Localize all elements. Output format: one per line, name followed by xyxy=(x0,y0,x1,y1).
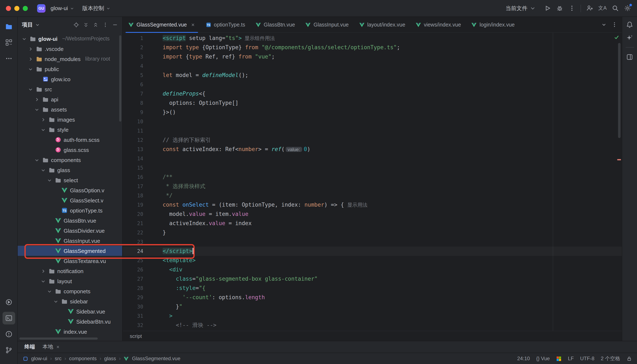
vcs-menu[interactable]: 版本控制 xyxy=(80,3,113,14)
code-line-28[interactable]: 28 :style="{ xyxy=(123,284,622,293)
tree-item-glow-ui[interactable]: glow-ui~/WebstormProjects xyxy=(18,34,122,44)
error-stripe-mark[interactable] xyxy=(617,159,621,160)
code-line-13[interactable]: 13const activeIndex: Ref<number> = ref(v… xyxy=(123,145,622,154)
code-line-27[interactable]: 27 class="glass-segmented-box glass-cont… xyxy=(123,274,622,284)
tree-item-style[interactable]: style xyxy=(18,124,122,135)
chevron-down-icon[interactable] xyxy=(35,22,41,28)
chevron-down-icon[interactable] xyxy=(53,298,59,304)
chevron-right-icon[interactable] xyxy=(40,116,46,123)
tree-item-componets[interactable]: componets xyxy=(18,286,122,296)
code-line-17[interactable]: 17 * 选择滑块样式 xyxy=(123,182,622,191)
breadcrumb-script[interactable]: script xyxy=(130,333,142,339)
panel-options-icon[interactable] xyxy=(102,22,108,28)
tree-item-index.vue[interactable]: index.vue xyxy=(18,326,122,337)
tab-GlassInput.vue[interactable]: GlassInput.vue xyxy=(300,17,354,32)
ai-assistant-icon[interactable] xyxy=(626,34,633,41)
search-icon[interactable] xyxy=(612,5,619,12)
expand-all-icon[interactable] xyxy=(83,22,89,28)
problems-toolwindow-button[interactable] xyxy=(2,328,15,340)
code-line-11[interactable]: 11 xyxy=(123,126,622,136)
project-menu[interactable]: glow-ui xyxy=(48,3,77,13)
tree-item-GlassOption.v[interactable]: GlassOption.v xyxy=(18,185,122,195)
code-line-26[interactable]: 26 <div xyxy=(123,265,622,274)
run-config-selector[interactable]: 当前文件 xyxy=(503,3,539,14)
tree-item-assets[interactable]: assets xyxy=(18,104,122,114)
run-icon[interactable] xyxy=(544,5,551,12)
tree-item-GlassBtn.vue[interactable]: GlassBtn.vue xyxy=(18,216,122,226)
toolwindow-layout-icon[interactable] xyxy=(626,54,633,60)
tree-item-sidebar[interactable]: sidebar xyxy=(18,296,122,306)
code-line-16[interactable]: 16/** xyxy=(123,172,622,182)
status-breadcrumb[interactable]: src xyxy=(55,356,62,362)
code-line-3[interactable]: 3import {type Ref, ref} from "vue"; xyxy=(123,52,622,62)
status-breadcrumb[interactable]: components xyxy=(69,356,97,362)
chevron-down-icon[interactable] xyxy=(46,177,53,183)
debug-icon[interactable] xyxy=(556,5,563,12)
tree-item-glass[interactable]: glass xyxy=(18,165,122,175)
chevron-down-icon[interactable] xyxy=(34,106,40,112)
code-line-32[interactable]: 32 <!-- 滑块 --> xyxy=(123,321,622,330)
zoom-window-button[interactable] xyxy=(23,6,28,11)
minimize-window-button[interactable] xyxy=(14,6,19,11)
tab-list-dropdown-icon[interactable] xyxy=(601,22,607,28)
code-line-1[interactable]: 1<script setup lang="ts"> 显示组件用法 xyxy=(123,34,622,43)
code-line-30[interactable]: 30 }" xyxy=(123,302,622,312)
tree-item-GlassDivider.vue[interactable]: GlassDivider.vue xyxy=(18,226,122,236)
encoding-widget[interactable]: UTF-8 xyxy=(580,356,594,362)
code-line-15[interactable]: 15 xyxy=(123,163,622,172)
chevron-down-icon[interactable] xyxy=(46,288,53,294)
tab-views/index.vue[interactable]: views/index.vue xyxy=(410,17,466,32)
code-line-7[interactable]: 7defineProps<{ xyxy=(123,89,622,98)
chevron-right-icon[interactable] xyxy=(34,96,40,102)
close-icon[interactable] xyxy=(56,345,60,349)
terminal-tab-local[interactable]: 本地 xyxy=(43,344,60,350)
chevron-down-icon[interactable] xyxy=(34,157,40,163)
code-line-20[interactable]: 20 model.value = item.value xyxy=(123,210,622,219)
modules-toolwindow-button[interactable] xyxy=(2,36,15,49)
tree-item-GlassSelect.v[interactable]: GlassSelect.v xyxy=(18,195,122,205)
tree-item-GlassInput.vue[interactable]: GlassInput.vue xyxy=(18,236,122,246)
chevron-down-icon[interactable] xyxy=(40,126,46,133)
chevron-down-icon[interactable] xyxy=(27,86,34,92)
version-control-toolwindow-button[interactable] xyxy=(2,344,15,356)
code-line-5[interactable]: 5let model = defineModel(); xyxy=(123,71,622,80)
file-type-widget[interactable]: {} Vue xyxy=(536,356,550,362)
code-line-25[interactable]: 25<template> xyxy=(123,256,622,265)
status-breadcrumb[interactable]: glass xyxy=(104,356,116,362)
code-line-21[interactable]: 21 activeIndex.value = index xyxy=(123,219,622,228)
status-breadcrumb[interactable]: GlassSegmented.vue xyxy=(132,356,180,362)
code-line-24[interactable]: 24</script> xyxy=(123,246,622,256)
cursor-position[interactable]: 24:10 xyxy=(517,356,530,362)
indent-widget[interactable]: 2 个空格 xyxy=(601,355,620,362)
code-with-me-icon[interactable] xyxy=(586,5,593,12)
tree-item-api[interactable]: api xyxy=(18,94,122,104)
tree-item-glass.scss[interactable]: glass.scss xyxy=(18,145,122,155)
tab-options-icon[interactable] xyxy=(611,22,618,28)
chevron-down-icon[interactable] xyxy=(21,36,27,42)
chevron-down-icon[interactable] xyxy=(27,66,34,72)
collapse-all-icon[interactable] xyxy=(93,22,99,28)
tab-layout/index.vue[interactable]: layout/index.vue xyxy=(354,17,410,32)
code-line-2[interactable]: 2import type {OptionType} from "@/compon… xyxy=(123,43,622,52)
tree-horizontal-scrollbar[interactable] xyxy=(19,338,98,340)
microsoft-plugin-icon[interactable] xyxy=(556,356,562,361)
terminal-title[interactable]: 终端 xyxy=(25,344,35,350)
project-badge[interactable]: GU xyxy=(37,4,46,12)
select-opened-file-icon[interactable] xyxy=(73,22,79,28)
tab-login/index.vue[interactable]: login/index.vue xyxy=(466,17,520,32)
code-editor[interactable]: 1<script setup lang="ts"> 显示组件用法2import … xyxy=(123,33,622,331)
project-panel-title[interactable]: 项目 xyxy=(22,21,33,28)
line-ending-widget[interactable]: LF xyxy=(568,356,574,362)
code-line-19[interactable]: 19const onSelect = (item: OptionType, in… xyxy=(123,200,622,210)
chevron-down-icon[interactable] xyxy=(40,278,46,284)
tree-item-optionType.ts[interactable]: TSoptionType.ts xyxy=(18,205,122,216)
tree-item-notification[interactable]: notification xyxy=(18,266,122,276)
tree-item-GlassTextarea.vu[interactable]: GlassTextarea.vu xyxy=(18,256,122,266)
tree-item-layout[interactable]: layout xyxy=(18,276,122,286)
code-line-8[interactable]: 8 options: OptionType[] xyxy=(123,98,622,108)
services-toolwindow-button[interactable] xyxy=(2,296,15,308)
tab-GlassSegmented.vue[interactable]: GlassSegmented.vue xyxy=(123,17,200,32)
chevron-right-icon[interactable] xyxy=(40,268,46,274)
code-line-18[interactable]: 18 */ xyxy=(123,191,622,200)
more-toolwindows-button[interactable] xyxy=(2,52,15,65)
